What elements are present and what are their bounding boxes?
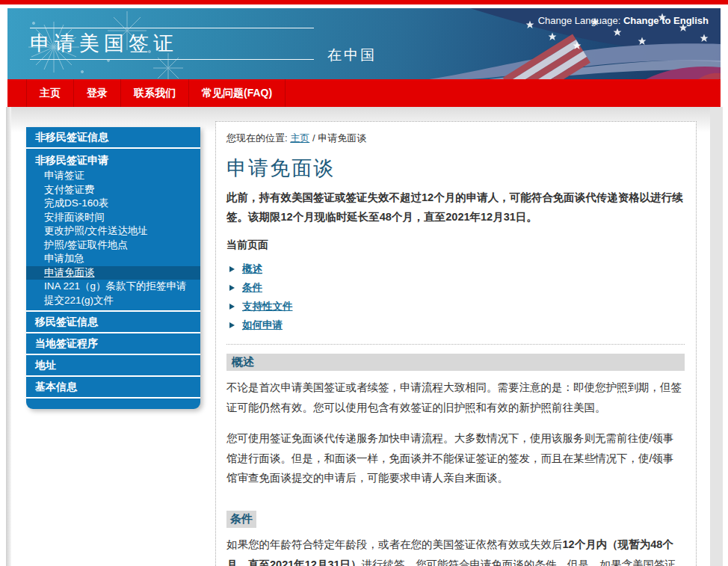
sidebar-group-nonimmigrant-application: 非移民签证申请 申请签证 支付签证费 完成DS-160表 安排面谈时间 更改护照…	[26, 149, 200, 312]
site-title: 申请美国签证	[30, 33, 314, 55]
nav-faq[interactable]: 常见问题(FAQ)	[189, 79, 286, 107]
sidebar-item-nonimmigrant-visa-info[interactable]: 非移民签证信息	[26, 127, 200, 149]
sidebar-item-local-visa-procedures[interactable]: 当地签证程序	[26, 333, 200, 355]
main-content-panel: 您现在的位置: 主页 / 申请免面谈 申请免面谈 此前，持有效美国签证或签证失效…	[215, 121, 697, 566]
sidebar-item-apply-visa[interactable]: 申请签证	[26, 169, 200, 183]
link-supporting-documents[interactable]: 支持性文件	[242, 300, 293, 313]
breadcrumb: 您现在的位置: 主页 / 申请免面谈	[226, 132, 685, 145]
triangle-bullet-icon	[229, 322, 235, 328]
conditions-text-normal-1: 如果您的年龄符合特定年龄段，或者在您的美国签证依然有效或失效后	[226, 538, 563, 550]
sidebar-item-general-info[interactable]: 基本信息	[26, 377, 200, 399]
sidebar-item-pay-visa-fee[interactable]: 支付签证费	[26, 183, 200, 197]
list-item: 条件	[226, 281, 685, 295]
change-language: Change Language: Change to English	[538, 15, 709, 26]
list-item: 支持性文件	[226, 300, 685, 313]
sidebar-item-submit-221g-documents[interactable]: 提交221(g)文件	[26, 294, 200, 308]
sidebar-item-interview-waiver-selected[interactable]: 申请免面谈	[26, 266, 200, 280]
conditions-paragraph: 如果您的年龄符合特定年龄段，或者在您的美国签证依然有效或失效后12个月内（现暂为…	[226, 535, 685, 566]
change-language-label: Change Language:	[538, 15, 621, 26]
overview-section-header: 概述	[226, 354, 685, 371]
sidebar-item-schedule-appointment[interactable]: 安排面谈时间	[26, 211, 200, 225]
sidebar-footer	[26, 399, 200, 409]
conditions-section-header: 条件	[226, 511, 256, 528]
sidebar-item-nonimmigrant-visa-application[interactable]: 非移民签证申请	[26, 150, 200, 169]
main-nav: 主页 登录 联系我们 常见问题(FAQ)	[7, 79, 721, 107]
nav-contact-us[interactable]: 联系我们	[121, 79, 189, 107]
triangle-bullet-icon	[229, 304, 235, 310]
sidebar-item-expedited-request[interactable]: 申请加急	[26, 252, 200, 266]
nav-login[interactable]: 登录	[74, 79, 121, 107]
right-gutter	[710, 107, 723, 566]
site-banner: 申请美国签证 在中国 Change Language: Change to En…	[7, 8, 721, 79]
intro-paragraph: 此前，持有效美国签证或签证失效不超过12个月的申请人，可能符合免面谈代传递资格以…	[226, 188, 685, 227]
sidebar-item-ina-221g-refusal[interactable]: INA 221（g）条款下的拒签申请	[26, 280, 200, 294]
sidebar-item-change-document-delivery-address[interactable]: 更改护照/文件送达地址	[26, 224, 200, 239]
list-item: 概述	[226, 262, 685, 276]
overview-paragraph-1: 不论是首次申请美国签证或者续签，申请流程大致相同。需要注意的是：即使您护照到期，…	[226, 378, 685, 418]
triangle-bullet-icon	[229, 266, 235, 272]
nav-home[interactable]: 主页	[26, 79, 74, 107]
link-overview[interactable]: 概述	[242, 262, 262, 276]
change-language-link[interactable]: Change to English	[623, 15, 709, 26]
site-region: 在中国	[327, 46, 377, 65]
link-how-to-apply[interactable]: 如何申请	[242, 319, 283, 332]
left-gutter	[6, 107, 11, 566]
current-page-label: 当前页面	[226, 239, 685, 252]
breadcrumb-home-link[interactable]: 主页	[290, 132, 309, 144]
dotted-divider	[226, 344, 685, 345]
breadcrumb-current: 申请免面谈	[318, 132, 366, 144]
overview-paragraph-2: 您可使用签证免面谈代传递服务加快申请流程。大多数情况下，使用该服务则无需前往使/…	[226, 428, 685, 488]
top-red-stripe	[0, 0, 728, 4]
breadcrumb-prefix: 您现在的位置:	[226, 132, 288, 144]
link-conditions[interactable]: 条件	[242, 281, 262, 295]
on-page-links: 概述 条件 支持性文件 如何申请	[226, 262, 685, 332]
triangle-bullet-icon	[229, 285, 235, 291]
sidebar-item-immigrant-visa-info[interactable]: 移民签证信息	[26, 312, 200, 333]
site-title-block: 申请美国签证	[30, 28, 314, 60]
list-item: 如何申请	[226, 319, 685, 332]
sidebar-menu: 非移民签证信息 非移民签证申请 申请签证 支付签证费 完成DS-160表 安排面…	[26, 127, 200, 409]
sidebar-item-complete-ds160[interactable]: 完成DS-160表	[26, 197, 200, 211]
breadcrumb-separator: /	[312, 132, 315, 144]
page-title: 申请免面谈	[226, 155, 685, 182]
sidebar-item-passport-visa-pickup-location[interactable]: 护照/签证取件地点	[26, 239, 200, 253]
sidebar-item-address[interactable]: 地址	[26, 355, 200, 377]
